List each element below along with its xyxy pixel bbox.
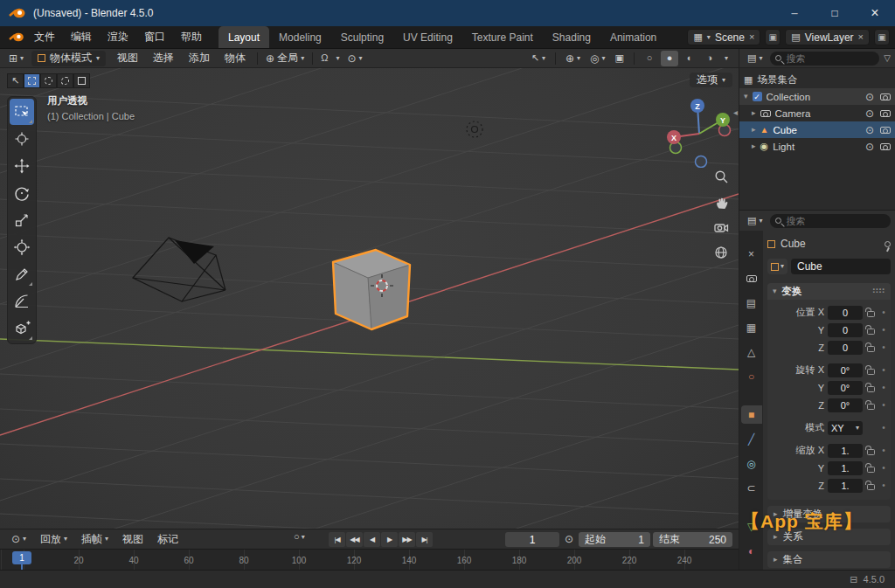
tab-tool[interactable]: ×	[741, 245, 762, 263]
animate-dot[interactable]: •	[879, 342, 888, 352]
hide-eye-icon[interactable]	[865, 142, 874, 152]
play-reverse-button[interactable]: ◀	[364, 532, 380, 547]
xray-toggle[interactable]	[612, 51, 628, 66]
maximize-button[interactable]	[815, 0, 855, 26]
gizmos-toggle[interactable]	[562, 51, 584, 66]
rotation-mode-dropdown[interactable]: XY	[828, 421, 863, 435]
minimize-button[interactable]	[774, 0, 815, 26]
next-keyframe-button[interactable]: ▶▶	[399, 532, 415, 547]
outliner-editor-selector[interactable]	[744, 51, 766, 66]
tab-texture-paint[interactable]: Texture Paint	[462, 26, 543, 48]
tab-uv-editing[interactable]: UV Editing	[393, 26, 462, 48]
scale-tool[interactable]	[10, 207, 34, 233]
menu-object[interactable]: 物体	[218, 51, 253, 66]
render-visibility-icon[interactable]	[880, 143, 891, 150]
mode-selector[interactable]: 物体模式	[31, 51, 106, 66]
properties-search-input[interactable]	[786, 216, 885, 226]
measure-tool[interactable]	[10, 288, 34, 315]
menu-add[interactable]: 添加	[182, 51, 217, 66]
filter-icon[interactable]	[884, 54, 891, 63]
tab-output[interactable]: ▤	[741, 294, 762, 312]
menu-keying[interactable]: 插帧	[75, 532, 114, 547]
move-tool[interactable]	[10, 153, 34, 179]
tab-object[interactable]: ■	[741, 405, 762, 424]
select-mode-extra-button[interactable]	[73, 73, 90, 88]
properties-search[interactable]	[770, 214, 891, 228]
collections-section[interactable]: 集合	[767, 551, 891, 568]
select-lasso-button[interactable]	[57, 73, 73, 88]
lock-icon[interactable]	[867, 346, 875, 352]
remove-viewlayer-icon[interactable]	[858, 32, 864, 42]
animate-dot[interactable]: •	[879, 481, 888, 490]
tab-scene[interactable]: △	[741, 342, 762, 361]
scale-y-field[interactable]: 1.	[828, 461, 863, 475]
animate-dot[interactable]: •	[879, 463, 888, 473]
editor-type-selector[interactable]	[5, 51, 27, 66]
shading-rendered-button[interactable]	[701, 51, 718, 66]
lock-icon[interactable]	[867, 369, 875, 375]
frame-end-field[interactable]: 结束250	[653, 532, 732, 547]
box-select-tool[interactable]	[10, 99, 34, 125]
rotation-z-field[interactable]: 0°	[828, 398, 863, 412]
proportional-edit-toggle[interactable]	[343, 51, 365, 66]
tab-world[interactable]: ○	[741, 367, 762, 385]
viewlayer-selector[interactable]: ViewLayer	[785, 29, 870, 45]
menu-markers[interactable]: 标记	[151, 532, 184, 547]
snap-toggle[interactable]	[317, 51, 331, 66]
close-button[interactable]	[855, 0, 895, 26]
disclosure-triangle-icon[interactable]	[752, 126, 756, 134]
drag-handle-icon[interactable]	[872, 287, 885, 295]
tab-constraints[interactable]: ⊂	[741, 479, 762, 497]
prev-keyframe-button[interactable]: ◀◀	[346, 532, 363, 547]
jump-to-start-button[interactable]: |◀	[329, 532, 345, 547]
jump-to-end-button[interactable]: ▶|	[416, 532, 433, 547]
tab-sculpting[interactable]: Sculpting	[331, 26, 393, 48]
rotation-y-field[interactable]: 0°	[828, 381, 863, 395]
outliner-row-collection[interactable]: Collection	[739, 88, 895, 105]
navigation-gizmo[interactable]: Z Y X	[663, 94, 736, 168]
frame-start-field[interactable]: 起始1	[579, 532, 650, 547]
zoom-button[interactable]	[713, 169, 729, 184]
menu-help[interactable]: 帮助	[173, 26, 210, 48]
location-x-field[interactable]: 0	[828, 306, 863, 320]
animate-dot[interactable]: •	[879, 383, 888, 392]
scale-z-field[interactable]: 1.	[828, 479, 863, 493]
transform-orientation-selector[interactable]: 全局	[262, 51, 308, 66]
disclosure-triangle-icon[interactable]	[752, 142, 756, 150]
hide-eye-icon[interactable]	[865, 125, 874, 135]
object-name-field[interactable]: Cube	[791, 259, 891, 274]
unlink-scene-icon[interactable]	[749, 32, 754, 42]
outliner-row-light[interactable]: Light	[739, 138, 895, 155]
animate-dot[interactable]: •	[879, 308, 888, 317]
animate-dot[interactable]: •	[879, 400, 888, 410]
object-type-selector[interactable]	[767, 259, 787, 274]
hide-eye-icon[interactable]	[865, 108, 874, 119]
lock-icon[interactable]	[867, 386, 875, 392]
menu-view-timeline[interactable]: 视图	[116, 532, 149, 547]
menu-file[interactable]: 文件	[26, 26, 63, 48]
outliner-search-input[interactable]	[786, 53, 874, 64]
viewport-3d[interactable]: 选项 用户透视 (1) Collection | Cube	[0, 68, 739, 529]
toggle-ortho-button[interactable]	[713, 245, 729, 260]
camera-object[interactable]	[133, 238, 225, 301]
transform-panel-header[interactable]: 变换	[767, 283, 891, 300]
selectability-visibility[interactable]	[528, 51, 549, 66]
outliner-row-camera[interactable]: Camera	[739, 105, 895, 121]
collection-checkbox[interactable]	[753, 92, 762, 101]
select-box-button[interactable]	[24, 73, 40, 88]
menu-render[interactable]: 渲染	[100, 26, 136, 48]
render-visibility-icon[interactable]	[880, 127, 891, 134]
tab-animation[interactable]: Animation	[600, 26, 666, 48]
tab-modifiers[interactable]: ╱	[741, 430, 762, 448]
shading-solid-button[interactable]	[661, 51, 678, 66]
cursor-tool[interactable]	[10, 126, 34, 152]
viewport-options-button[interactable]: 选项	[690, 73, 732, 87]
tab-physics[interactable]: ◎	[741, 454, 762, 473]
tab-material[interactable]: ◐	[741, 542, 762, 560]
tab-view-layer[interactable]: ▦	[741, 318, 762, 336]
lock-icon[interactable]	[867, 449, 875, 455]
animate-dot[interactable]: •	[879, 365, 888, 375]
use-preview-range-icon[interactable]	[565, 534, 573, 544]
scene-selector[interactable]: Scene	[687, 29, 760, 45]
properties-editor-selector[interactable]	[744, 213, 766, 229]
